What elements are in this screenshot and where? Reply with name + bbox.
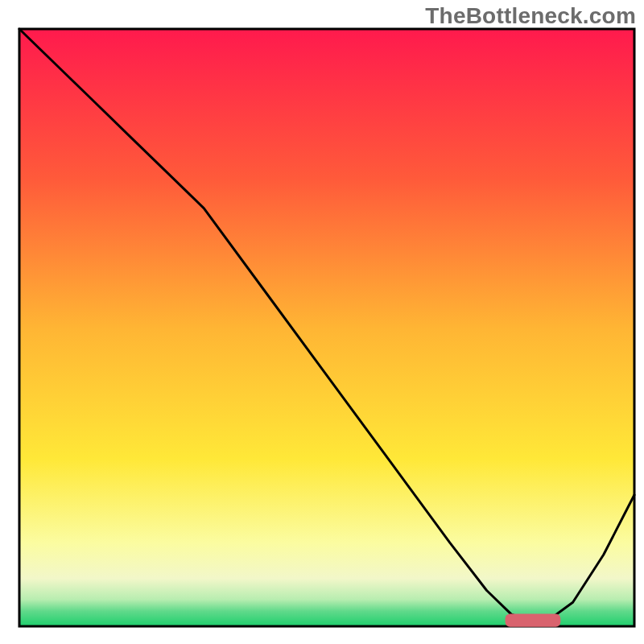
plot-area xyxy=(19,29,634,627)
bottleneck-chart xyxy=(0,0,644,644)
chart-container: TheBottleneck.com xyxy=(0,0,644,644)
optimal-range-marker xyxy=(506,613,561,626)
